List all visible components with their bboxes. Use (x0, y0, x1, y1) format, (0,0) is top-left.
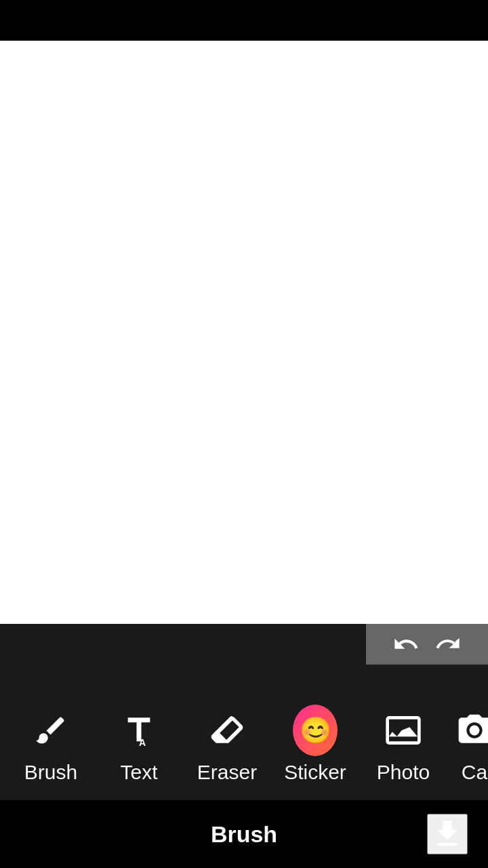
tool-camera[interactable]: Ca (447, 701, 488, 791)
undo-redo-bar (0, 624, 488, 692)
eraser-icon (205, 708, 249, 753)
sticker-circle: 😊 (293, 705, 338, 756)
status-bar (0, 0, 488, 41)
download-icon (430, 816, 465, 852)
tool-text[interactable]: A Text (95, 701, 183, 791)
undo-icon (392, 631, 420, 658)
undo-button[interactable] (388, 627, 424, 662)
sticker-label: Sticker (284, 761, 346, 784)
sticker-icon: 😊 (293, 708, 338, 753)
photo-icon (381, 708, 426, 753)
tools-bar: Brush A Text Eraser 😊 Sticker (0, 692, 488, 800)
svg-text:A: A (139, 737, 146, 748)
text-label: Text (120, 761, 157, 784)
undo-redo-container (366, 624, 488, 665)
tool-sticker[interactable]: 😊 Sticker (271, 701, 359, 791)
tool-photo[interactable]: Photo (359, 701, 447, 791)
redo-button[interactable] (430, 627, 466, 662)
tool-brush[interactable]: Brush (7, 701, 95, 791)
download-button[interactable] (427, 814, 468, 854)
eraser-label: Eraser (197, 761, 257, 784)
bottom-bar: Brush (0, 800, 488, 868)
redo-icon (434, 631, 462, 658)
text-icon: A (117, 708, 161, 753)
camera-label: Ca (462, 761, 487, 784)
tool-eraser[interactable]: Eraser (183, 701, 271, 791)
drawing-canvas[interactable] (0, 41, 488, 624)
photo-label: Photo (377, 761, 430, 784)
active-tool-label: Brush (169, 821, 319, 848)
brush-icon (28, 708, 73, 753)
camera-icon (452, 708, 488, 753)
brush-label: Brush (24, 761, 77, 784)
